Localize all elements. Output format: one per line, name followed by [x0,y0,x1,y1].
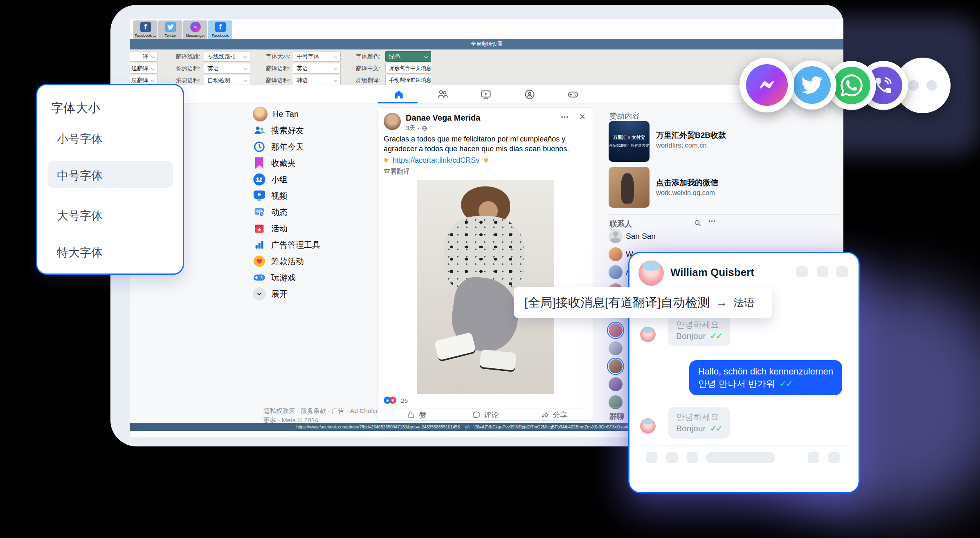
incoming-message: 안녕하세요 Bonjour✓✓ [668,407,730,439]
post-link[interactable]: https://acortar.link/cdCRSv [393,156,479,164]
setting-select[interactable]: 英语 [293,63,341,74]
chat-toolbar-button[interactable] [828,452,840,463]
view-translation-link[interactable]: 查看翻译 [384,168,410,176]
sidebar-item-fundraisers[interactable]: 筹款活动 [253,253,375,269]
post-text: Gracias a todos que me felicitaron por m… [384,134,587,154]
tab-messenger[interactable]: Messenger [183,20,207,39]
feed-clock-icon [253,206,266,219]
incoming-message: 안녕하세요 Bonjour✓✓ [668,314,730,346]
comment-button[interactable]: 评论 [451,410,520,420]
post-author[interactable]: Danae Vega Merida [406,113,480,123]
avatar [609,341,623,355]
sidebar-item-find-friends[interactable]: 搜索好友 [253,122,375,139]
sidebar-item-gaming[interactable]: 玩游戏 [253,269,375,286]
share-button[interactable]: 分享 [519,410,589,420]
bar-chart-icon [253,238,266,251]
dot [908,80,919,91]
home-icon[interactable] [391,86,407,103]
tab-label: Facebook ... [135,33,156,38]
tab-facebook-active[interactable]: f Facebook [208,20,232,39]
contact-row[interactable] [609,323,623,337]
post-meta: 3天 · [406,124,427,132]
chevron-down-icon [334,66,338,70]
font-option-medium[interactable]: 中号字体 [57,168,103,184]
twitter-icon [793,66,831,104]
friends-icon[interactable] [434,86,451,103]
sidebar-item-memories[interactable]: 那年今天 [253,139,375,155]
sidebar-item-profile[interactable]: He Tan [253,106,375,122]
post-more-button[interactable]: ••• [561,114,569,120]
groups-icon[interactable] [521,86,538,103]
sidebar-item-events[interactable]: 活动 [253,220,375,237]
sponsored-label: 赞助内容 [609,111,640,121]
sidebar-item-expand[interactable]: 展开 [253,286,375,302]
translated-check-icon: ✓✓ [710,424,722,433]
contact-row[interactable] [609,377,623,391]
contact-row[interactable] [609,341,623,355]
post-close-button[interactable]: × [579,111,585,122]
facebook-icon: f [140,22,151,32]
font-panel-title: 字体大小 [51,100,100,117]
chat-contact-name: William Quisbert [670,266,754,279]
sidebar-item-feeds[interactable]: 动态 [253,204,375,220]
setting-label: 群组翻译: [338,75,380,85]
gaming-icon[interactable] [565,86,581,103]
chevron-down-icon [424,54,428,58]
reactions-row[interactable]: ♥ 26 [384,397,433,405]
setting-select[interactable]: 中号字体 [293,51,341,62]
sidebar-item-saved[interactable]: 收藏夹 [253,155,375,171]
sidebar-item-ads-manager[interactable]: 广告管理工具 [253,237,375,253]
tab-facebook-1[interactable]: f Facebook ... [133,20,157,39]
contacts-more-button[interactable]: ••• [708,218,716,224]
twitter-icon [165,22,176,32]
heart-circle-icon [253,255,266,268]
contact-row[interactable]: A [609,265,631,279]
contact-row[interactable] [609,359,623,373]
contact-row[interactable]: San San [609,229,656,243]
ad-image[interactable]: 万里汇 × 支付宝 外贸B2B收付款解决方案 [609,121,650,162]
translated-check-icon: ✓✓ [710,331,722,341]
ad-image[interactable] [609,167,650,208]
ad-title[interactable]: 点击添加我的微信 [656,177,718,188]
twitter-circle[interactable] [787,61,836,110]
setting-label: 字体颜色: [338,51,380,62]
setting-select[interactable]: 专线线路-1 [204,51,250,62]
chevron-down-icon [253,287,266,300]
messenger-icon [190,22,201,32]
chat-toolbar-button[interactable] [808,452,819,463]
active-tab-underline [378,102,418,103]
chat-toolbar-button[interactable] [666,452,678,463]
avatar[interactable] [384,113,401,130]
font-option-large[interactable]: 大号字体 [57,208,103,224]
chat-control-button[interactable] [817,266,828,277]
setting-select[interactable]: 自动检测 [204,75,250,85]
setting-select[interactable]: 韩语 [293,75,341,85]
ad-title[interactable]: 万里汇外贸B2B收款 [656,130,726,141]
setting-select[interactable]: 手动翻译群组消息 [385,75,431,85]
reaction-count: 26 [401,397,408,404]
like-button[interactable]: 赞 [382,410,452,420]
setting-label: 翻译语种: [249,75,290,85]
contact-row[interactable] [609,395,623,409]
ad-url: work.weixin.qq.com [656,189,715,197]
sidebar-item-groups[interactable]: 小组 [253,171,375,188]
font-option-small[interactable]: 小号字体 [57,131,103,147]
photo-figure [434,332,477,362]
pointing-right-icon: ☛ [384,156,391,164]
messenger-circle[interactable] [739,58,794,112]
chat-input-placeholder[interactable] [706,452,775,463]
chat-control-button[interactable] [796,266,808,277]
sidebar-item-video[interactable]: 视频 [253,188,375,204]
chat-control-button[interactable] [836,266,848,277]
chat-toolbar-button[interactable] [646,452,657,463]
font-color-select[interactable]: 绿色 [385,51,431,62]
search-icon[interactable] [694,219,702,229]
setting-select[interactable]: 屏蔽包含中文消息 [385,63,431,74]
font-option-xlarge[interactable]: 特大字体 [57,245,103,260]
settings-titlebar: 全局翻译设置 [130,39,843,49]
chat-toolbar-button[interactable] [687,452,698,463]
setting-select[interactable]: 英语 [204,63,250,74]
watch-icon[interactable] [478,86,494,103]
tab-twitter[interactable]: Twitter [158,20,182,39]
post-link-line[interactable]: ☛ https://acortar.link/cdCRSv ☚ [384,155,587,165]
